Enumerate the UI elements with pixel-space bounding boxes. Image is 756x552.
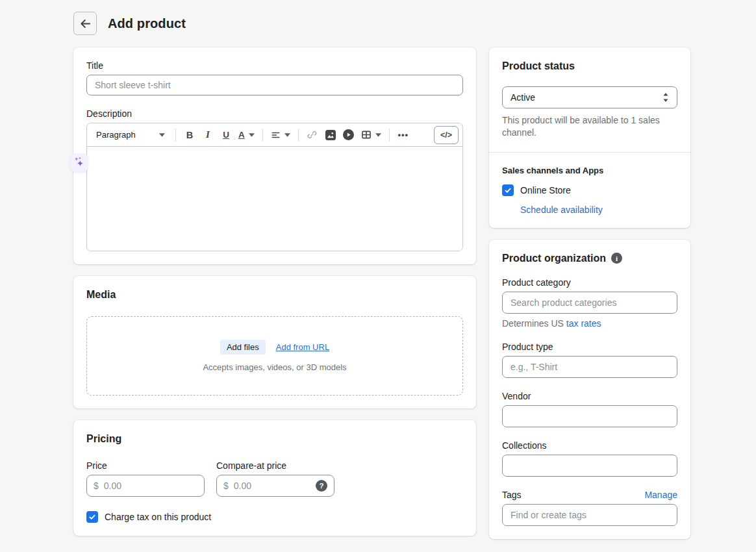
sales-channels-heading: Sales channels and Apps	[502, 166, 677, 175]
insert-video-button[interactable]	[340, 126, 357, 144]
toolbar-divider	[389, 129, 390, 142]
insert-link-button[interactable]	[304, 126, 321, 144]
pricing-heading: Pricing	[86, 433, 463, 445]
media-card: Media Add files Add from URL Accepts ima…	[73, 276, 476, 408]
info-icon[interactable]: i	[611, 253, 622, 264]
chevron-down-icon	[159, 133, 165, 137]
bold-button[interactable]: B	[181, 126, 198, 144]
product-type-input[interactable]	[502, 356, 677, 378]
select-updown-icon	[662, 93, 669, 102]
pricing-card: Pricing Price $ Compare-at price	[73, 420, 476, 536]
price-input-wrapper: $	[86, 475, 205, 497]
insert-table-button[interactable]	[359, 126, 384, 144]
vendor-label: Vendor	[502, 391, 677, 401]
toolbar-divider	[175, 129, 176, 142]
back-button[interactable]	[73, 12, 97, 35]
add-product-page: Add product Title Description Paragraph	[73, 0, 756, 551]
compare-at-price-input[interactable]	[234, 481, 310, 491]
product-organization-card: Product organization i Product category …	[489, 240, 690, 539]
page-header: Add product	[73, 0, 756, 47]
description-editor: Paragraph B I	[86, 123, 463, 251]
sparkles-icon	[73, 157, 85, 169]
more-options-button[interactable]: •••	[395, 126, 412, 144]
product-status-card: Product status Active This product will …	[489, 47, 690, 228]
product-status-heading: Product status	[502, 60, 677, 72]
media-helper-text: Accepts images, videos, or 3D models	[203, 362, 346, 372]
arrow-left-icon	[79, 18, 92, 30]
compare-at-price-input-wrapper: $ ?	[216, 475, 334, 497]
currency-prefix: $	[223, 481, 229, 491]
title-input[interactable]	[86, 75, 463, 95]
online-store-label: Online Store	[520, 185, 571, 195]
add-files-button[interactable]: Add files	[220, 340, 266, 355]
compare-at-price-label: Compare-at price	[216, 460, 334, 471]
collections-label: Collections	[502, 440, 677, 451]
tags-label: Tags	[502, 490, 522, 500]
alignment-button[interactable]	[268, 126, 293, 144]
ai-sparkles-button[interactable]	[69, 153, 88, 172]
table-icon	[361, 130, 372, 140]
description-textarea[interactable]	[87, 147, 462, 251]
price-label: Price	[86, 460, 205, 471]
charge-tax-label: Charge tax on this product	[105, 512, 211, 522]
title-label: Title	[86, 60, 463, 71]
toolbar-divider	[298, 129, 299, 142]
checkmark-icon	[88, 513, 96, 521]
insert-image-button[interactable]	[322, 126, 339, 144]
product-category-label: Product category	[502, 277, 677, 288]
checkmark-icon	[504, 186, 512, 194]
ellipsis-icon: •••	[397, 130, 409, 140]
tax-rates-link[interactable]: tax rates	[566, 318, 601, 329]
underline-button[interactable]: U	[218, 126, 234, 144]
page-title: Add product	[108, 16, 186, 31]
link-icon	[307, 129, 318, 140]
video-play-icon	[343, 129, 354, 140]
status-helper-text: This product will be available to 1 sale…	[502, 114, 677, 139]
category-helper-text: Determines US tax rates	[502, 318, 677, 329]
tags-input[interactable]	[502, 504, 677, 526]
align-left-icon	[271, 131, 281, 140]
italic-button[interactable]: I	[199, 126, 216, 144]
chevron-down-icon	[249, 133, 255, 137]
product-type-label: Product type	[502, 342, 677, 352]
currency-prefix: $	[94, 481, 99, 491]
vendor-input[interactable]	[502, 405, 677, 427]
product-organization-heading: Product organization	[502, 253, 606, 264]
online-store-checkbox[interactable]	[502, 184, 514, 196]
chevron-down-icon	[375, 133, 381, 137]
description-label: Description	[86, 108, 463, 119]
manage-tags-link[interactable]: Manage	[644, 490, 677, 500]
product-category-input[interactable]	[502, 292, 677, 314]
add-from-url-link[interactable]: Add from URL	[276, 342, 329, 352]
show-html-button[interactable]: </>	[434, 126, 459, 144]
product-details-card: Title Description Paragraph	[73, 47, 476, 264]
image-icon	[325, 130, 336, 140]
help-icon[interactable]: ?	[316, 480, 327, 492]
paragraph-style-dropdown[interactable]: Paragraph	[91, 126, 170, 144]
price-input[interactable]	[104, 481, 197, 491]
product-status-select[interactable]: Active	[502, 86, 677, 108]
editor-toolbar: Paragraph B I	[87, 123, 462, 147]
chevron-down-icon	[284, 133, 290, 137]
paragraph-style-value: Paragraph	[96, 130, 136, 140]
charge-tax-checkbox[interactable]	[86, 511, 98, 523]
media-dropzone[interactable]: Add files Add from URL Accepts images, v…	[86, 316, 463, 395]
toolbar-divider	[262, 129, 263, 142]
schedule-availability-link[interactable]: Schedule availability	[520, 205, 603, 215]
media-heading: Media	[86, 289, 463, 301]
collections-input[interactable]	[502, 455, 677, 477]
text-color-button[interactable]: A	[236, 126, 257, 144]
product-status-value: Active	[510, 92, 535, 103]
